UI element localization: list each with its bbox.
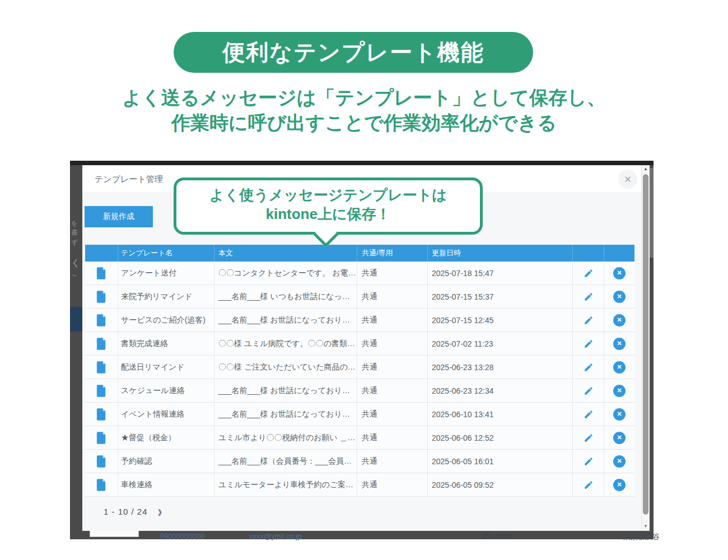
dialog-title: テンプレート管理 [95, 165, 163, 193]
pencil-icon [584, 409, 594, 419]
create-new-button[interactable]: 新規作成 [85, 206, 153, 227]
pencil-icon [584, 433, 594, 443]
title-badge-label: 便利なテンプレート機能 [222, 37, 484, 68]
edit-button[interactable] [582, 267, 595, 280]
edit-button[interactable] [582, 431, 595, 445]
delete-button[interactable]: ✕ [613, 267, 626, 279]
pencil-icon [584, 339, 594, 349]
template-name-cell: ★督促（税金） [118, 426, 214, 449]
template-updated-cell: 2025-06-23 12:34 [427, 379, 572, 402]
template-file-icon [85, 285, 118, 308]
edit-button[interactable] [582, 408, 595, 421]
template-scope-cell: 共通 [357, 473, 427, 496]
edit-button[interactable] [582, 384, 595, 398]
column-header-delete [604, 245, 634, 262]
delete-icon: ✕ [617, 387, 622, 394]
template-file-icon [85, 262, 118, 284]
close-icon: ✕ [624, 174, 631, 185]
background-phone-link: 09000000000 [160, 532, 205, 540]
table-row[interactable]: 書類完成連絡 〇〇様 ユミル病院です。〇〇の書類… 共通 2025-07-02 … [85, 332, 634, 356]
delete-button[interactable]: ✕ [613, 455, 626, 468]
template-scope-cell: 共通 [357, 450, 427, 473]
edit-button[interactable] [582, 337, 595, 351]
delete-button[interactable]: ✕ [613, 361, 626, 374]
overlay-right-strip [650, 168, 654, 258]
background-block [70, 307, 82, 332]
pencil-icon [584, 315, 594, 325]
background-zip-text: 151-8565 [482, 532, 512, 540]
pagination: 1 - 10 / 24 › [104, 503, 162, 520]
column-header-icon [85, 245, 118, 262]
delete-button[interactable]: ✕ [613, 432, 626, 444]
delete-icon: ✕ [617, 363, 622, 371]
callout-line-2: kintone上に保存！ [265, 204, 390, 223]
table-row[interactable]: ★督促（税金） ユミル市より〇〇税納付のお願い ＿… 共通 2025-06-06… [85, 426, 634, 450]
template-body-cell: ___名前___様 お世話になっており… [214, 379, 357, 402]
pencil-icon [584, 386, 594, 396]
template-file-icon [85, 473, 118, 496]
page-subtitle: よく送るメッセージは「テンプレート」として保存し、 作業時に呼び出すことで作業効… [0, 85, 728, 136]
template-body-cell: ___名前___様（会員番号：___会員… [214, 450, 357, 473]
delete-button[interactable]: ✕ [613, 338, 626, 350]
template-updated-cell: 2025-06-05 16:01 [427, 450, 572, 473]
pagination-range: 1 - 10 / 24 [104, 507, 148, 516]
template-updated-cell: 2025-07-02 11:23 [427, 332, 572, 355]
template-scope-cell: 共通 [357, 285, 427, 308]
template-file-icon [85, 426, 118, 449]
template-name-cell: アンケート送付 [118, 262, 214, 284]
scroll-up-icon[interactable]: ▲ [642, 166, 650, 171]
template-name-cell: 書類完成連絡 [118, 332, 214, 355]
table-row[interactable]: 予約確認 ___名前___様（会員番号：___会員… 共通 2025-06-05… [85, 450, 634, 473]
template-file-icon [85, 450, 118, 473]
table-row[interactable]: イベント情報連絡 ___名前___様 お世話になっており… 共通 2025-06… [85, 403, 634, 426]
template-name-cell: サービスのご紹介(追客) [118, 309, 214, 332]
edit-button[interactable] [582, 314, 595, 327]
scrollbar[interactable]: ▲ ▼ [641, 165, 650, 531]
edit-button[interactable] [582, 455, 595, 468]
delete-button[interactable]: ✕ [613, 314, 626, 326]
table-row[interactable]: スケジュール連絡 ___名前___様 お世話になっており… 共通 2025-06… [85, 379, 634, 403]
template-body-cell: ___名前___様 いつもお世話になっ… [214, 285, 357, 308]
template-updated-cell: 2025-06-23 13:28 [427, 356, 572, 379]
edit-button[interactable] [582, 290, 595, 304]
subtitle-line-1: よく送るメッセージは「テンプレート」として保存し、 [0, 85, 728, 110]
background-address-text: 東京都渋谷 [623, 532, 660, 542]
template-name-cell: イベント情報連絡 [118, 403, 214, 426]
delete-button[interactable]: ✕ [613, 408, 626, 421]
template-updated-cell: 2025-06-05 09:52 [427, 473, 572, 496]
table-row[interactable]: サービスのご紹介(追客) ___名前___様 お世話になっており… 共通 202… [85, 309, 634, 332]
delete-button[interactable]: ✕ [613, 385, 626, 397]
template-file-icon [85, 309, 118, 332]
template-file-icon [85, 356, 118, 379]
template-file-icon [85, 332, 118, 355]
scrollbar-thumb[interactable] [643, 174, 648, 515]
background-fragment: 書 [71, 228, 78, 236]
scroll-down-icon[interactable]: ▼ [642, 524, 650, 529]
column-header-edit [572, 245, 604, 262]
next-page-button[interactable]: › [158, 505, 162, 518]
template-scope-cell: 共通 [357, 379, 427, 402]
delete-button[interactable]: ✕ [613, 291, 626, 303]
close-button[interactable]: ✕ [618, 170, 637, 189]
table-row[interactable]: 配送日リマインド 〇〇様 ご注文いただいていた商品の… 共通 2025-06-2… [85, 356, 634, 379]
table-header-row: テンプレート名 本文 共通/専用 更新日時 [85, 245, 634, 262]
template-scope-cell: 共通 [357, 309, 427, 332]
template-body-cell: ___名前___様 お世話になっており… [214, 403, 357, 426]
template-scope-cell: 共通 [357, 262, 427, 284]
template-updated-cell: 2025-07-15 12:45 [427, 309, 572, 332]
delete-icon: ✕ [617, 434, 622, 441]
table-row[interactable]: アンケート送付 〇〇コンタクトセンターです。 お電… 共通 2025-07-18… [85, 262, 634, 285]
edit-button[interactable] [582, 361, 595, 374]
template-name-cell: 来院予約リマインド [118, 285, 214, 308]
table-row[interactable]: 来院予約リマインド ___名前___様 いつもお世話になっ… 共通 2025-0… [85, 285, 634, 309]
template-name-cell: スケジュール連絡 [118, 379, 214, 402]
edit-button[interactable] [582, 478, 595, 492]
table-row[interactable]: 車検連絡 ユミルモーターより車検予約のご案… 共通 2025-06-05 09:… [85, 473, 634, 497]
column-header-body: 本文 [214, 245, 357, 262]
delete-button[interactable]: ✕ [613, 479, 626, 491]
template-file-icon [85, 403, 118, 426]
template-body-cell: 〇〇様 ご注文いただいていた商品の… [214, 356, 357, 379]
template-updated-cell: 2025-07-18 15:47 [427, 262, 572, 284]
template-scope-cell: 共通 [357, 426, 427, 449]
template-scope-cell: 共通 [357, 403, 427, 426]
